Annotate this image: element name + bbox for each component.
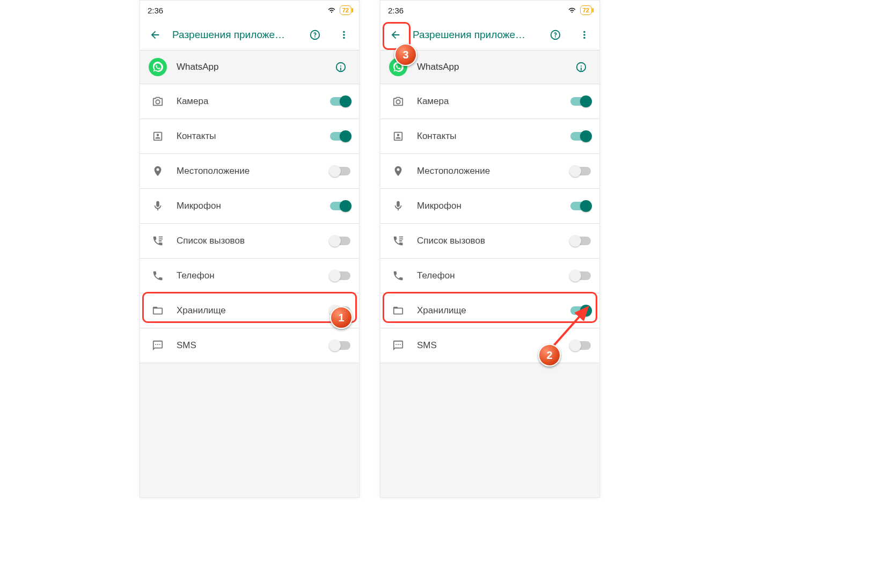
permission-row-phone[interactable]: Телефон (140, 259, 359, 293)
permission-label: Микрофон (417, 201, 561, 211)
wifi-icon (327, 5, 336, 15)
permission-toggle-calllog[interactable] (330, 237, 350, 245)
permission-row-calllog[interactable]: Список вызовов (380, 224, 599, 259)
app-info-button[interactable] (571, 57, 591, 77)
permissions-list: КамераКонтактыМестоположениеМикрофонСпис… (380, 84, 599, 363)
permission-row-phone[interactable]: Телефон (380, 259, 599, 293)
whatsapp-icon (389, 58, 407, 76)
permission-label: Камера (417, 96, 561, 107)
location-icon (149, 165, 167, 177)
permission-label: Местоположение (417, 166, 561, 177)
permission-toggle-calllog[interactable] (570, 237, 591, 245)
permission-toggle-location[interactable] (570, 167, 591, 175)
permission-row-microphone[interactable]: Микрофон (140, 189, 359, 224)
permission-row-location[interactable]: Местоположение (380, 154, 599, 189)
permission-toggle-contacts[interactable] (330, 132, 350, 141)
contacts-icon (149, 130, 167, 142)
permission-row-sms[interactable]: SMS (140, 328, 359, 363)
permission-label: SMS (177, 340, 320, 351)
permission-row-contacts[interactable]: Контакты (380, 119, 599, 154)
app-header-row: WhatsApp (140, 50, 359, 84)
toolbar-title: Разрешения приложе… (413, 29, 536, 41)
status-icons: 72 (324, 5, 351, 15)
microphone-icon (149, 200, 167, 212)
camera-icon (149, 95, 167, 107)
phone-icon (389, 270, 407, 282)
permission-label: Контакты (417, 131, 561, 142)
app-name: WhatsApp (177, 62, 321, 72)
sms-icon (389, 340, 407, 351)
permission-toggle-contacts[interactable] (570, 132, 591, 141)
permission-row-camera[interactable]: Камера (140, 84, 359, 119)
permission-toggle-camera[interactable] (570, 97, 591, 106)
toolbar: Разрешения приложе… (140, 20, 359, 50)
status-bar: 2:36 72 (380, 1, 599, 20)
phone-screenshot-1: 2:36 72 Разрешения приложе… (140, 0, 360, 498)
wifi-icon (567, 5, 577, 15)
app-info-button[interactable] (331, 57, 350, 77)
permission-row-contacts[interactable]: Контакты (140, 119, 359, 154)
status-bar: 2:36 72 (140, 1, 359, 20)
permission-label: Хранилище (177, 305, 320, 316)
permission-label: Телефон (417, 270, 561, 281)
overflow-menu-button[interactable] (334, 25, 354, 45)
permission-label: Контакты (177, 131, 320, 142)
permission-toggle-sms[interactable] (570, 341, 591, 350)
microphone-icon (389, 200, 407, 212)
calllog-icon (149, 235, 167, 247)
clock: 2:36 (148, 6, 163, 15)
help-button[interactable] (305, 25, 325, 45)
help-button[interactable] (546, 25, 565, 45)
permission-row-storage[interactable]: Хранилище (140, 293, 359, 328)
status-icons: 72 (564, 5, 592, 15)
storage-icon (389, 305, 407, 317)
permission-label: Телефон (177, 270, 320, 281)
phone-screenshot-2: 2:36 72 Разрешения приложе… (380, 0, 600, 498)
permission-toggle-location[interactable] (330, 167, 350, 175)
permission-toggle-storage[interactable] (330, 306, 350, 315)
whatsapp-icon (149, 58, 167, 76)
permissions-list: КамераКонтактыМестоположениеМикрофонСпис… (140, 84, 359, 363)
overflow-menu-button[interactable] (575, 25, 594, 45)
permission-toggle-sms[interactable] (330, 341, 350, 350)
battery-indicator: 72 (580, 5, 592, 15)
sms-icon (149, 340, 167, 351)
permission-row-calllog[interactable]: Список вызовов (140, 224, 359, 259)
permission-label: Хранилище (417, 305, 561, 316)
back-button[interactable] (386, 25, 405, 45)
permission-label: Список вызовов (177, 236, 320, 246)
permission-toggle-phone[interactable] (570, 271, 591, 280)
calllog-icon (389, 235, 407, 247)
app-name: WhatsApp (417, 62, 562, 72)
permission-toggle-microphone[interactable] (330, 202, 350, 210)
stage: 2:36 72 Разрешения приложе… (0, 0, 894, 588)
permission-row-location[interactable]: Местоположение (140, 154, 359, 189)
toolbar-title: Разрешения приложе… (172, 29, 296, 41)
permission-toggle-phone[interactable] (330, 271, 350, 280)
phone-icon (149, 270, 167, 282)
location-icon (389, 165, 407, 177)
permission-row-storage[interactable]: Хранилище (380, 293, 599, 328)
permission-toggle-microphone[interactable] (570, 202, 591, 210)
back-button[interactable] (145, 25, 165, 45)
app-header-row: WhatsApp (380, 50, 599, 84)
permission-label: Микрофон (177, 201, 320, 211)
clock: 2:36 (388, 6, 404, 15)
permission-label: Камера (177, 96, 320, 107)
permission-label: SMS (417, 340, 561, 351)
battery-indicator: 72 (340, 5, 351, 15)
contacts-icon (389, 130, 407, 142)
empty-space (380, 363, 599, 497)
permission-label: Местоположение (177, 166, 320, 177)
permission-row-sms[interactable]: SMS (380, 328, 599, 363)
permission-label: Список вызовов (417, 236, 561, 246)
empty-space (140, 363, 359, 497)
storage-icon (149, 305, 167, 317)
permission-toggle-storage[interactable] (570, 306, 591, 315)
camera-icon (389, 95, 407, 107)
permission-row-camera[interactable]: Камера (380, 84, 599, 119)
toolbar: Разрешения приложе… (380, 20, 599, 50)
permission-toggle-camera[interactable] (330, 97, 350, 106)
permission-row-microphone[interactable]: Микрофон (380, 189, 599, 224)
